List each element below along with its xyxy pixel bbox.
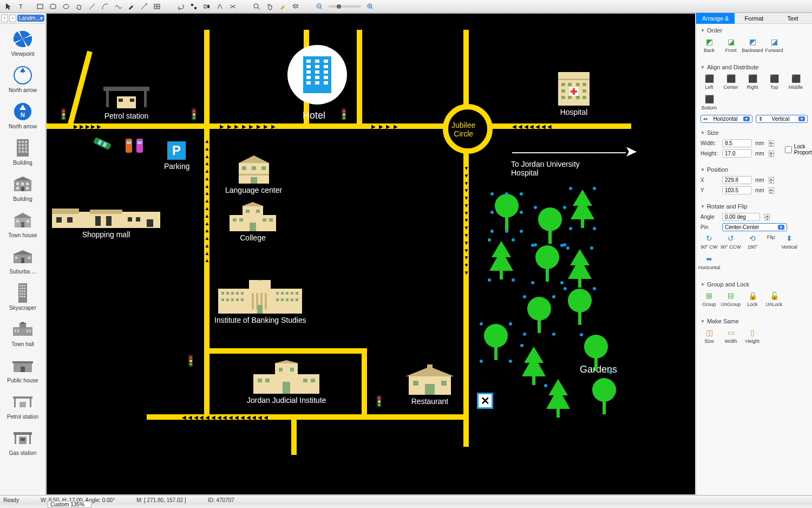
lib-north-arrow-1[interactable]: NNorth arrow: [0, 64, 45, 93]
zoom-slider[interactable]: [329, 5, 361, 8]
order-backward[interactable]: ◩Backward: [744, 37, 761, 53]
svg-rect-165: [291, 298, 293, 301]
rotate-180[interactable]: ⟲180°: [744, 233, 761, 250]
tab-format[interactable]: Format: [735, 13, 773, 24]
group-btn[interactable]: ⊞Group: [700, 291, 718, 307]
lib-townhall[interactable]: Town hall: [0, 318, 45, 347]
svg-rect-170: [265, 293, 267, 309]
table-tool[interactable]: [151, 2, 163, 11]
lock-proportions[interactable]: Lock Proportions: [785, 139, 812, 160]
same-size[interactable]: ◫Size: [700, 328, 718, 344]
ellipse-tool[interactable]: [60, 2, 72, 11]
tab-arrange[interactable]: Arrange & Size: [696, 13, 735, 24]
svg-rect-36: [22, 151, 24, 153]
svg-point-237: [568, 289, 592, 312]
layers-tool[interactable]: [290, 2, 302, 11]
align-tool[interactable]: [188, 2, 200, 11]
zoom-out[interactable]: [313, 2, 325, 11]
undo-tool[interactable]: [175, 2, 187, 11]
lib-building-1[interactable]: Building: [0, 137, 45, 166]
freehand-tool[interactable]: [125, 2, 137, 11]
pin-select[interactable]: Center-Center▾: [722, 223, 787, 231]
arc-tool[interactable]: [99, 2, 111, 11]
tab-text[interactable]: Text: [774, 13, 812, 24]
lib-fwd[interactable]: ›: [9, 15, 16, 22]
flip-horiz[interactable]: ⬌Horizontal: [700, 254, 718, 270]
svg-rect-179: [128, 217, 132, 222]
flip-vert[interactable]: ⬍Vertical: [781, 233, 798, 250]
distribute-vert[interactable]: ⇕Vertical▾: [756, 115, 808, 123]
group-section[interactable]: Group and Lock: [700, 281, 808, 288]
unlock-btn[interactable]: 🔓UnLock: [765, 291, 783, 307]
ungroup-btn[interactable]: ⊟UnGroup: [722, 291, 739, 307]
svg-rect-173: [52, 209, 79, 214]
height-input[interactable]: [722, 149, 752, 158]
svg-point-246: [509, 360, 512, 363]
align-right[interactable]: ⬛Right: [744, 74, 761, 90]
x-input[interactable]: [722, 176, 752, 184]
lib-townhouse[interactable]: Town house: [0, 210, 45, 238]
svg-rect-110: [558, 79, 590, 80]
canvas[interactable]: ▶ ▶ ▶ ▶ ▶ ▶ ▶ ▶ ▶ ▶ ▶ ▶ ▶ ▶ ▶ ▶ ▶ ◀ ◀ ◀ …: [47, 14, 695, 494]
zoom-dropdown[interactable]: Custom 135%: [48, 501, 91, 508]
rotate-tool[interactable]: [214, 2, 226, 11]
align-top[interactable]: ⬛Top: [765, 74, 783, 90]
lib-viewpoint[interactable]: Viewpoint: [0, 28, 45, 57]
align-section[interactable]: Align and Distribute: [700, 64, 808, 70]
position-section[interactable]: Position: [700, 166, 808, 173]
pan-tool[interactable]: [264, 2, 276, 11]
svg-rect-63: [19, 293, 21, 295]
traffic-light: [61, 108, 66, 120]
same-width[interactable]: ▭Width: [722, 328, 739, 344]
lib-building-2[interactable]: Building: [0, 173, 45, 202]
svg-point-204: [490, 211, 494, 214]
zoom-tool[interactable]: [251, 2, 263, 11]
svg-rect-158: [226, 298, 229, 301]
lock-btn[interactable]: 🔒Lock: [744, 291, 761, 307]
line-tool[interactable]: [86, 2, 98, 11]
format-tool[interactable]: [277, 2, 289, 11]
rrect-tool[interactable]: [47, 2, 59, 11]
lib-petrol[interactable]: Petrol station: [0, 391, 45, 420]
rotate-90ccw[interactable]: ↺90° CCW: [722, 233, 739, 250]
lib-gas[interactable]: Gas station: [0, 427, 45, 456]
rotate-90cw[interactable]: ↻90° CW: [700, 233, 718, 250]
zoom-in[interactable]: [364, 2, 376, 11]
curve-tool[interactable]: [112, 2, 124, 11]
width-input[interactable]: [722, 139, 752, 147]
svg-rect-108: [130, 99, 134, 102]
lib-publichouse[interactable]: Public house: [0, 355, 45, 383]
select-tool[interactable]: [3, 2, 15, 11]
order-section[interactable]: Order: [700, 27, 808, 34]
svg-rect-89: [315, 60, 319, 63]
text-tool[interactable]: T: [16, 2, 28, 11]
order-back[interactable]: ◩Back: [700, 37, 718, 53]
lib-north-arrow-2[interactable]: NNorth arrow: [0, 101, 45, 129]
polygon-tool[interactable]: [73, 2, 85, 11]
rotate-section[interactable]: Rotate and Flip: [700, 203, 808, 210]
svg-rect-67: [22, 296, 23, 297]
lib-back[interactable]: ‹: [1, 15, 8, 22]
align-center[interactable]: ⬛Center: [722, 74, 739, 90]
order-forward[interactable]: ◪Forward: [765, 37, 783, 53]
same-height[interactable]: ▯Height: [744, 328, 761, 344]
connector-tool[interactable]: [138, 2, 150, 11]
library-dropdown[interactable]: Landm...▾: [17, 15, 44, 22]
lib-suburban[interactable]: Suburba ...: [0, 246, 45, 275]
svg-rect-94: [306, 70, 311, 74]
align-middle[interactable]: ⬛Middle: [787, 74, 804, 90]
align-bottom[interactable]: ⬛Bottom: [700, 94, 718, 110]
align-left[interactable]: ⬛Left: [700, 74, 718, 90]
crop-tool[interactable]: [227, 2, 239, 11]
svg-point-203: [505, 230, 508, 233]
y-input[interactable]: [722, 186, 752, 194]
order-front[interactable]: ◪Front: [722, 37, 739, 53]
distribute-horiz[interactable]: ⇔Horizontal▾: [700, 115, 752, 123]
library-list[interactable]: Viewpoint NNorth arrow NNorth arrow Buil…: [0, 24, 45, 495]
angle-input[interactable]: [722, 213, 760, 221]
size-section[interactable]: Size: [700, 129, 808, 136]
lib-skyscraper[interactable]: Skyscraper: [0, 282, 45, 311]
makesame-section[interactable]: Make Same: [700, 318, 808, 324]
rect-tool[interactable]: [34, 2, 46, 11]
flip-tool[interactable]: [201, 2, 213, 11]
